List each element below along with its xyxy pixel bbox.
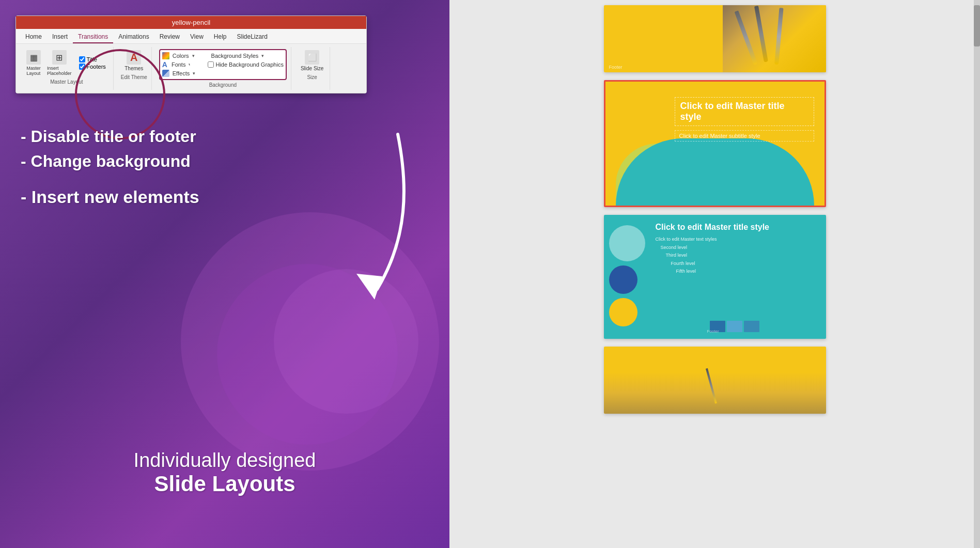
slide-size-icon: ⬜ xyxy=(305,50,319,65)
fonts-row: A Fonts ▾ Hide Background Graphics xyxy=(162,60,284,69)
title-checkbox[interactable] xyxy=(79,56,85,62)
effects-row: Effects ▾ xyxy=(162,70,284,77)
background-highlight: Colors ▾ Background Styles ▾ A Fonts ▾ xyxy=(159,49,287,80)
slide-3-text: Click to edit Master text styles Second … xyxy=(656,236,816,275)
fonts-icon: A xyxy=(162,60,167,69)
pencil-2 xyxy=(754,6,768,62)
master-layout-label: MasterLayout xyxy=(26,66,41,76)
tab-transitions[interactable]: Transitions xyxy=(73,31,113,43)
slide-2-content: Click to edit Master title style Click t… xyxy=(605,82,825,206)
hide-bg-checkbox-label[interactable]: Hide Background Graphics xyxy=(208,61,283,68)
tab-insert[interactable]: Insert xyxy=(47,31,73,43)
slide-master-content: Click to edit Master title style Click t… xyxy=(675,97,814,142)
slide-3-right: Click to edit Master title style Click t… xyxy=(656,223,816,276)
slide-size-btn[interactable]: ⬜ Slide Size xyxy=(299,49,325,72)
left-panel: yellow-pencil Home Insert Transitions An… xyxy=(0,0,449,548)
slide-size-label: Slide Size xyxy=(301,66,323,71)
slide-thumb-2[interactable]: Click to edit Master title style Click t… xyxy=(604,80,826,207)
scrollbar-thumb[interactable] xyxy=(974,5,980,46)
slide-4-content xyxy=(604,347,826,414)
ribbon-nav: Home Insert Transitions Animations Revie… xyxy=(16,29,366,44)
text-content-area: - Disable title or footer - Change backg… xyxy=(21,124,199,210)
ribbon-titlebar: yellow-pencil xyxy=(16,16,366,29)
bullet-1: - Disable title or footer xyxy=(21,124,199,149)
bottom-text-line2: Slide Layouts xyxy=(0,472,449,496)
text-item-2: Second level xyxy=(656,244,816,252)
then-label: Then xyxy=(183,61,206,72)
bottom-text-area: Individually designed Slide Layouts xyxy=(0,449,449,496)
tab-animations[interactable]: Animations xyxy=(113,31,154,43)
bg-styles-label[interactable]: Background Styles xyxy=(211,53,259,59)
master-layout-btn[interactable]: ▦ MasterLayout xyxy=(24,49,43,77)
insert-placeholder-label: InsertPlaceholder xyxy=(47,66,72,76)
tab-slidelizard[interactable]: SlideLizard xyxy=(232,31,273,43)
teal-circle-yellow xyxy=(609,298,637,326)
size-content: ⬜ Slide Size xyxy=(299,49,325,72)
teal-circle-light xyxy=(609,225,645,261)
effects-icon xyxy=(162,70,169,77)
ribbon-screenshot: yellow-pencil Home Insert Transitions An… xyxy=(15,15,367,93)
bg-styles-dropdown-icon[interactable]: ▾ xyxy=(261,53,264,58)
pencil-1 xyxy=(734,10,757,65)
mini-chart-2 xyxy=(727,321,742,332)
slide-4-photo xyxy=(604,372,826,414)
slide-thumb-4[interactable] xyxy=(604,347,826,414)
svg-marker-0 xyxy=(356,274,382,300)
app-title: yellow-pencil xyxy=(172,19,210,26)
master-layout-icon: ▦ xyxy=(26,50,41,65)
text-item-5: Fifth level xyxy=(656,268,816,275)
slide-1-content: Footer xyxy=(604,5,826,72)
tab-review[interactable]: Review xyxy=(154,31,185,43)
slide-3-title: Click to edit Master title style xyxy=(656,223,816,232)
colors-dropdown-icon[interactable]: ▾ xyxy=(192,53,195,58)
mini-chart-3 xyxy=(744,321,759,332)
size-group-label: Size xyxy=(307,74,317,80)
slide-2-title: Click to edit Master title style xyxy=(675,97,814,126)
tab-view[interactable]: View xyxy=(185,31,209,43)
hide-bg-checkbox[interactable] xyxy=(208,61,214,68)
slide-3-content: Click to edit Master title style Click t… xyxy=(604,215,826,339)
pencil-3 xyxy=(774,8,784,65)
slide-3-footer-text: Footer xyxy=(707,329,719,334)
slide-1-footer: Footer xyxy=(609,65,623,70)
slide-thumb-1[interactable]: Footer xyxy=(604,5,826,72)
ribbon-group-background: Colors ▾ Background Styles ▾ A Fonts ▾ xyxy=(155,47,291,90)
text-item-1: Click to edit Master text styles xyxy=(656,236,816,243)
slide-photo-pencils xyxy=(723,5,826,72)
hide-bg-label: Hide Background Graphics xyxy=(215,61,283,68)
insert-placeholder-icon: ⊞ xyxy=(52,50,67,65)
slide-2-subtitle: Click to edit Master subtitle style xyxy=(675,130,814,142)
text-item-3: Third level xyxy=(656,252,816,259)
teal-circle-blue xyxy=(609,265,637,294)
bullet-3: - Insert new elements xyxy=(21,184,199,210)
bottom-text-line1: Individually designed xyxy=(0,449,449,472)
bullet-2: - Change background xyxy=(21,149,199,174)
colors-label[interactable]: Colors xyxy=(173,53,189,59)
slide-3-left xyxy=(609,225,645,326)
tab-home[interactable]: Home xyxy=(20,31,47,43)
arrow-graphic xyxy=(315,124,418,305)
colors-row: Colors ▾ Background Styles ▾ xyxy=(162,52,284,59)
background-group-label: Background xyxy=(209,82,237,88)
slide-thumb-3[interactable]: Click to edit Master title style Click t… xyxy=(604,215,826,339)
right-panel: Footer Click to edit Master title style … xyxy=(449,0,980,548)
colors-swatch xyxy=(162,52,169,59)
insert-placeholder-btn[interactable]: ⊞ InsertPlaceholder xyxy=(45,49,74,77)
scrollbar-track xyxy=(974,0,980,548)
text-item-4: Fourth level xyxy=(656,260,816,268)
tab-help[interactable]: Help xyxy=(209,31,232,43)
ribbon-group-size: ⬜ Slide Size Size xyxy=(294,47,330,90)
